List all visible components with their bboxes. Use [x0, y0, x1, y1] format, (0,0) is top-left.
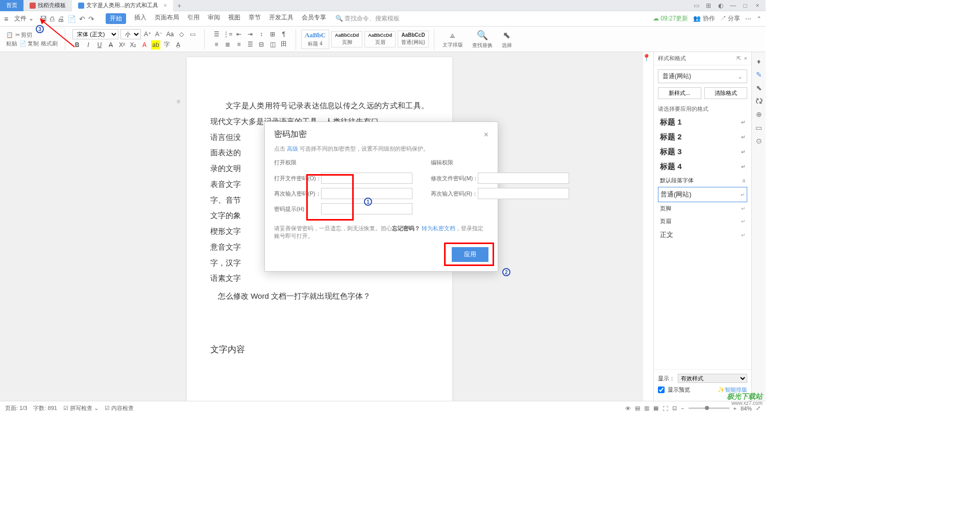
- zoom-in-icon[interactable]: +: [733, 405, 737, 412]
- view-full-icon[interactable]: ⛶: [663, 405, 668, 412]
- side-review-icon[interactable]: ⊕: [756, 110, 762, 118]
- char-border-icon[interactable]: 字: [162, 40, 172, 50]
- tab-document[interactable]: 文字是人类用...的方式和工具×: [72, 0, 173, 11]
- menu-search[interactable]: 🔍 查找命令、搜索模板: [335, 14, 400, 23]
- style-item-parafont[interactable]: 默认段落字体a: [658, 174, 747, 187]
- align-left-icon[interactable]: ≡: [212, 40, 221, 49]
- menu-tab-section[interactable]: 章节: [249, 13, 261, 24]
- menu-tab-start[interactable]: 开始: [106, 13, 126, 24]
- export-icon[interactable]: 📄: [67, 15, 76, 23]
- menu-tab-insert[interactable]: 插入: [134, 13, 146, 24]
- menu-tab-view[interactable]: 视图: [228, 13, 240, 24]
- print-icon[interactable]: 🖨: [57, 15, 64, 23]
- phonetic-icon[interactable]: A̤: [174, 40, 183, 50]
- style-footer[interactable]: AaBbCcDd页脚: [331, 31, 362, 47]
- style-item-normal-web[interactable]: 普通(网站)↵: [658, 187, 747, 202]
- save-icon[interactable]: 🖫: [40, 15, 47, 23]
- font-family-select[interactable]: 宋体 (正文): [72, 29, 118, 39]
- cloud-sync-icon[interactable]: ☁ 09:27更新: [653, 14, 688, 23]
- menu-tab-reference[interactable]: 引用: [187, 13, 200, 24]
- panel-current-style[interactable]: 普通(网站)⌄: [658, 69, 747, 83]
- align-center-icon[interactable]: ≣: [223, 40, 232, 49]
- tab-add[interactable]: +: [173, 2, 185, 10]
- tab-templates[interactable]: 找稻壳模板: [23, 0, 72, 11]
- borders-icon[interactable]: 田: [279, 40, 288, 49]
- bullet-list-icon[interactable]: ☰: [212, 30, 221, 39]
- style-item-footer[interactable]: 页脚↵: [658, 202, 747, 215]
- zoom-slider[interactable]: [689, 407, 729, 409]
- style-item-h2[interactable]: 标题 2↵: [658, 130, 747, 144]
- new-style-button[interactable]: 新样式...: [658, 87, 701, 99]
- show-select[interactable]: 有效样式: [678, 374, 747, 383]
- clear-format-icon[interactable]: ◇: [177, 30, 186, 39]
- close-window-icon[interactable]: ×: [753, 2, 762, 9]
- style-item-h3[interactable]: 标题 3↵: [658, 144, 747, 159]
- private-doc-link[interactable]: 转为私密文档: [422, 225, 455, 231]
- edit-password-confirm-input[interactable]: [478, 188, 569, 199]
- bold-icon[interactable]: B: [72, 40, 82, 50]
- font-color-icon[interactable]: A: [140, 40, 149, 50]
- redo-icon[interactable]: ↷: [88, 15, 94, 23]
- line-spacing-icon[interactable]: ↕: [257, 30, 266, 39]
- hamburger-icon[interactable]: ≡: [4, 15, 8, 23]
- side-more-icon[interactable]: ⊙: [756, 137, 762, 145]
- apply-button[interactable]: 应用: [452, 247, 488, 262]
- file-menu[interactable]: 文件 ⌄: [11, 13, 36, 24]
- find-replace-button[interactable]: 🔍查找替换: [469, 30, 496, 49]
- grow-font-icon[interactable]: A⁺: [143, 30, 152, 39]
- menu-tab-devtools[interactable]: 开发工具: [269, 13, 293, 24]
- share-button[interactable]: ↗ 分享: [720, 14, 740, 23]
- italic-icon[interactable]: I: [84, 40, 93, 50]
- open-password-input[interactable]: [321, 173, 412, 184]
- menu-tab-layout[interactable]: 页面布局: [155, 13, 179, 24]
- coop-button[interactable]: 👥 协作: [693, 14, 715, 23]
- menu-tab-member[interactable]: 会员专享: [302, 13, 326, 24]
- status-content[interactable]: ☑ 内容检查: [105, 404, 134, 412]
- paste-button[interactable]: 📋: [6, 32, 13, 38]
- zoom-fit-icon[interactable]: ⊡: [672, 405, 677, 412]
- side-bookmark-icon[interactable]: ▭: [755, 124, 762, 132]
- side-edit-icon[interactable]: ✎: [756, 70, 762, 79]
- view-page-icon[interactable]: ▤: [635, 405, 640, 412]
- text-layout-button[interactable]: ⟁文字排版: [439, 30, 466, 49]
- pin-icon[interactable]: 📍: [642, 54, 651, 62]
- style-item-header[interactable]: 页眉↵: [658, 215, 747, 228]
- shrink-font-icon[interactable]: A⁻: [154, 30, 163, 39]
- grid-icon[interactable]: ⊞: [704, 2, 713, 9]
- tab-icon[interactable]: ⊞: [268, 30, 277, 39]
- highlight-icon[interactable]: ab: [151, 40, 160, 50]
- border-icon[interactable]: ▭: [188, 30, 197, 39]
- side-user-icon[interactable]: ♦: [757, 57, 761, 65]
- style-item-body[interactable]: 正文↵: [658, 228, 747, 242]
- style-item-h1[interactable]: 标题 1↵: [658, 115, 747, 130]
- indent-icon[interactable]: ⇥: [246, 30, 255, 39]
- clear-format-button[interactable]: 清除格式: [704, 87, 748, 99]
- font-size-select[interactable]: 小二: [120, 29, 141, 39]
- dialog-close-icon[interactable]: ×: [484, 130, 488, 139]
- page-handle-icon[interactable]: ≡: [177, 98, 184, 105]
- strike-icon[interactable]: A̶: [106, 40, 115, 50]
- panel-close-icon[interactable]: ×: [744, 55, 747, 62]
- maximize-icon[interactable]: □: [741, 2, 749, 9]
- align-right-icon[interactable]: ≡: [234, 40, 243, 49]
- outdent-icon[interactable]: ⇤: [234, 30, 243, 39]
- close-icon[interactable]: ×: [163, 2, 167, 9]
- underline-icon[interactable]: U: [95, 40, 104, 50]
- print-preview-icon[interactable]: ⎙: [50, 15, 54, 23]
- preview-checkbox[interactable]: [658, 387, 665, 393]
- change-case-icon[interactable]: Aa: [165, 30, 175, 39]
- styles-gallery[interactable]: AaBbC标题 4 AaBbCcDd页脚 AaBbCcDd页眉 AaBbCcD普…: [301, 30, 429, 49]
- number-list-icon[interactable]: ⋮=: [223, 30, 232, 39]
- collapse-icon[interactable]: ⌃: [756, 15, 762, 22]
- edit-password-input[interactable]: [478, 173, 569, 184]
- view-web-icon[interactable]: ▥: [644, 405, 649, 412]
- style-heading4[interactable]: AaBbC标题 4: [301, 30, 329, 49]
- side-translate-icon[interactable]: 🗘: [755, 97, 763, 105]
- view-outline-icon[interactable]: ▦: [653, 405, 658, 412]
- layout-icon[interactable]: ▭: [692, 2, 700, 9]
- minimize-icon[interactable]: —: [729, 2, 737, 9]
- view-read-icon[interactable]: 👁: [625, 405, 631, 412]
- style-item-h4[interactable]: 标题 4↵: [658, 159, 747, 174]
- subscript-icon[interactable]: X₂: [129, 40, 138, 50]
- select-button[interactable]: ⬉选择: [499, 30, 515, 49]
